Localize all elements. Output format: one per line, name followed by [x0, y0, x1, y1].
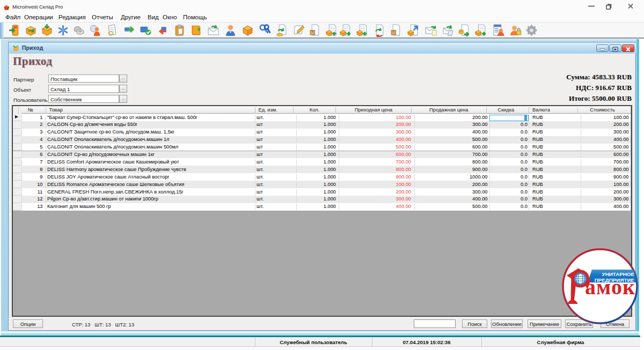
- svg-text:амок: амок: [585, 275, 635, 299]
